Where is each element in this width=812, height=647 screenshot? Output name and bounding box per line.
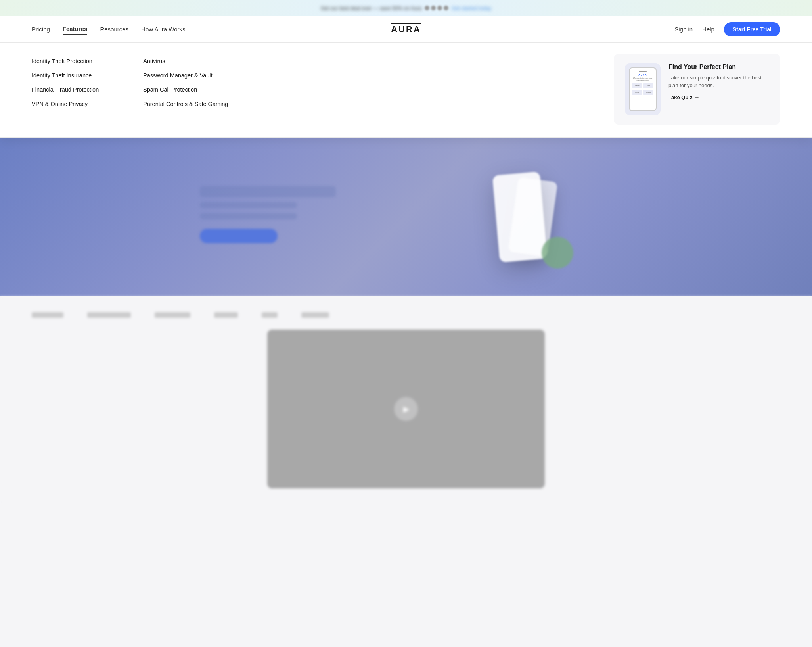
dropdown-col-1: Identity Theft Protection Identity Theft…	[32, 54, 111, 125]
tab-faq[interactable]	[262, 312, 278, 318]
hero-phones	[418, 154, 612, 280]
phone-aura-logo: AURA	[638, 74, 647, 76]
find-plan-content: Find Your Perfect Plan Take our simple q…	[668, 63, 769, 100]
phone-options: Finances Credit Identity Antivirus	[632, 83, 653, 95]
hero-text	[200, 186, 394, 248]
phone-notch	[639, 71, 647, 72]
features-dropdown: Identity Theft Protection Identity Theft…	[0, 43, 812, 138]
tab-whats-included[interactable]	[87, 312, 131, 318]
navbar: Pricing Features Resources How Aura Work…	[0, 16, 812, 43]
announcement-text: Get our best deal ever — save 50% on Aur…	[321, 5, 421, 11]
phone-opt-identity: Identity	[632, 90, 642, 95]
dot-4	[444, 6, 448, 10]
content-section: ▶	[0, 296, 812, 504]
aura-logo[interactable]: AURA	[391, 24, 421, 35]
dot-3	[437, 6, 442, 10]
hero-content	[168, 138, 644, 296]
logo-text: AURA	[391, 24, 421, 35]
phone-opt-antivirus: Antivirus	[643, 90, 654, 95]
nav-vpn-online-privacy[interactable]: VPN & Online Privacy	[32, 97, 111, 111]
nav-identity-theft-protection[interactable]: Identity Theft Protection	[32, 54, 111, 68]
take-quiz-link[interactable]: Take Quiz →	[668, 94, 769, 100]
announcement-dots	[425, 6, 448, 10]
hero-phone-main	[492, 171, 548, 263]
dropdown-col-2: Antivirus Password Manager & Vault Spam …	[143, 54, 228, 125]
nav-password-manager[interactable]: Password Manager & Vault	[143, 68, 228, 83]
start-trial-button[interactable]: Start Free Trial	[724, 22, 780, 36]
content-tabs	[32, 312, 780, 318]
announcement-bar: Get our best deal ever — save 50% on Aur…	[0, 0, 812, 16]
nav-left: Pricing Features Resources How Aura Work…	[32, 24, 186, 35]
find-plan-card: AURA Which protections are most importan…	[614, 54, 780, 125]
find-plan-title: Find Your Perfect Plan	[668, 63, 769, 71]
quiz-arrow-icon: →	[694, 94, 699, 100]
content-video: ▶	[267, 330, 545, 488]
nav-pricing[interactable]: Pricing	[32, 24, 50, 34]
hero-badge	[542, 237, 573, 269]
nav-financial-fraud-protection[interactable]: Financial Fraud Protection	[32, 83, 111, 97]
find-plan-phone-illustration: AURA Which protections are most importan…	[625, 63, 661, 115]
hero-section	[0, 138, 812, 296]
dropdown-divider-2	[244, 54, 244, 125]
play-icon: ▶	[403, 404, 409, 414]
nav-identity-theft-insurance[interactable]: Identity Theft Insurance	[32, 68, 111, 83]
nav-right: Sign in Help Start Free Trial	[674, 22, 780, 36]
nav-resources[interactable]: Resources	[100, 24, 128, 34]
dot-1	[425, 6, 429, 10]
phone-opt-credit: Credit	[643, 83, 654, 88]
tab-reviews[interactable]	[301, 312, 329, 318]
help-link[interactable]: Help	[702, 26, 714, 33]
announcement-link[interactable]: Get started today	[452, 5, 491, 11]
find-plan-description: Take our simple quiz to discover the bes…	[668, 74, 769, 89]
phone-quiz-text: Which protections are most important to …	[632, 77, 653, 81]
nav-spam-call-protection[interactable]: Spam Call Protection	[143, 83, 228, 97]
tab-protection[interactable]	[155, 312, 190, 318]
hero-headline-blur	[200, 186, 336, 197]
dropdown-divider	[127, 54, 127, 125]
phone-mockup: AURA Which protections are most importan…	[629, 67, 657, 111]
nav-how-aura-works[interactable]: How Aura Works	[141, 24, 185, 34]
dot-2	[431, 6, 436, 10]
take-quiz-label: Take Quiz	[668, 94, 692, 100]
tab-overview[interactable]	[32, 312, 63, 318]
play-button-icon[interactable]: ▶	[394, 397, 418, 421]
tab-pricing[interactable]	[214, 312, 238, 318]
sign-in-link[interactable]: Sign in	[674, 26, 693, 33]
hero-subline2-blur	[200, 213, 297, 219]
nav-parental-controls[interactable]: Parental Controls & Safe Gaming	[143, 97, 228, 111]
hero-cta-blur	[200, 229, 278, 243]
hero-subline-blur	[200, 202, 297, 208]
phone-opt-finances: Finances	[632, 83, 642, 88]
nav-antivirus[interactable]: Antivirus	[143, 54, 228, 68]
nav-features[interactable]: Features	[63, 24, 88, 35]
